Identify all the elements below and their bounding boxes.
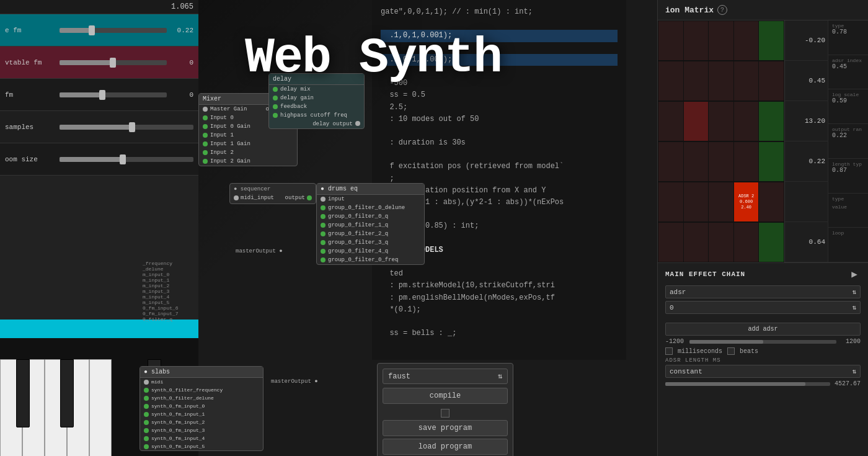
matrix-val-text-3: 0.22 (809, 158, 825, 165)
matrix-cell-0-1[interactable] (684, 21, 709, 60)
matrix-row-1 (658, 61, 784, 101)
matrix-cell-2-1[interactable] (684, 102, 709, 141)
slabs-delune: synth_0_filter_delune (140, 394, 263, 402)
matrix-val-1: 0.45 (785, 61, 828, 101)
matrix-row-5 (658, 222, 784, 262)
matrix-cell-3-2[interactable] (709, 142, 733, 181)
rl-loop-label: loop (832, 230, 844, 236)
mixer-label-4: Input 1 Gain (210, 141, 250, 147)
fm-label-freq: _frequency (143, 261, 179, 266)
matrix-cell-3-1[interactable] (684, 142, 709, 181)
zero-select[interactable]: 0 ⇅ (665, 301, 861, 314)
master-output-2: masterOutput ● (271, 378, 318, 385)
add-adsr-button[interactable]: add adsr (665, 323, 861, 336)
matrix-cell-0-0[interactable] (658, 21, 683, 60)
drums-label-2: group_0_filter_0_q (328, 213, 388, 220)
delay-node-title: delay (269, 74, 364, 85)
matrix-cell-1-0[interactable] (658, 61, 683, 101)
drums-port-7: group_0_filter_0_freq (317, 256, 424, 264)
synth-row-samples: samples (0, 111, 198, 143)
faust-compile-btn[interactable]: compile (383, 388, 508, 404)
slider-vtablefm[interactable] (60, 60, 167, 65)
matrix-cell-4-3[interactable]: ADSR 20.6002.40 (734, 182, 759, 221)
row-label-vtablefm: vtable fm (5, 59, 55, 66)
matrix-cell-4-1[interactable] (684, 182, 709, 221)
code-content: gate",0,0,1,1); // : min(1) : int; .1,0,… (381, 6, 618, 339)
faust-load-btn[interactable]: load program (383, 439, 508, 455)
code-line-9: : duration is 30s (381, 138, 466, 147)
matrix-cell-2-3[interactable] (734, 102, 759, 141)
matrix-cell-1-1[interactable] (684, 61, 709, 101)
matrix-cell-1-4[interactable] (759, 61, 784, 101)
adsr-select[interactable]: adsr ⇅ (665, 285, 861, 298)
slider-roomsize[interactable] (60, 157, 193, 162)
matrix-cell-4-4[interactable] (759, 182, 784, 221)
constant-slider[interactable] (665, 382, 830, 386)
mixer-label-2: Input 0 Gain (210, 123, 250, 130)
mixer-label-1: Input 0 (210, 115, 234, 121)
slabs-freq: synth_0_filter_frequency (140, 386, 263, 394)
row-label-fm: fm (5, 91, 55, 99)
matrix-cell-0-3[interactable] (734, 21, 759, 60)
slabs-fm2: synth_0_fm_input_2 (140, 418, 263, 426)
drums-node: ● drums eq input group_0_filter_0_delune… (316, 183, 425, 265)
matrix-cell-3-3[interactable] (734, 142, 759, 181)
matrix-sidebar: -0.20 0.45 13.20 0.22 0.64 (784, 20, 828, 262)
matrix-cell-3-4[interactable] (759, 142, 784, 181)
delay-feedback: feedback (269, 102, 364, 111)
matrix-cell-1-2[interactable] (709, 61, 733, 101)
piano-key-x[interactable]: X (89, 359, 112, 456)
milliseconds-checkbox[interactable] (665, 347, 673, 355)
code-line-12: ; (381, 174, 394, 183)
matrix-cell-1-3[interactable] (734, 61, 759, 101)
help-icon[interactable]: ? (717, 5, 727, 15)
beats-checkbox[interactable] (727, 347, 735, 355)
code-line-7: : 10 modes out of 50 (381, 115, 479, 123)
matrix-cell-2-4[interactable] (759, 102, 784, 141)
slider-samples[interactable] (60, 125, 193, 130)
slider-efm[interactable] (60, 28, 167, 33)
code-line-2: .1,0,1,0.001); (381, 30, 618, 42)
matrix-cell-2-0[interactable] (658, 102, 683, 141)
rl-value-label: value (832, 204, 847, 210)
matrix-cell-0-4[interactable] (759, 21, 784, 60)
slabs-fm2-label: synth_0_fm_input_2 (151, 419, 205, 425)
matrix-val-text-0: -0.20 (805, 37, 825, 44)
range-slider[interactable] (689, 340, 836, 344)
matrix-cell-2-2[interactable] (709, 102, 733, 141)
code-line-23: *(0.1); (381, 305, 421, 314)
synth-row-vtablefm: vtable fm 0 (0, 47, 198, 79)
matrix-right-val-3: 0.22 (832, 132, 847, 139)
matrix-cell-5-3[interactable] (734, 223, 759, 262)
fm-label-in0: m_input_0 (143, 272, 179, 277)
faust-checkbox[interactable] (441, 409, 450, 418)
sequencer-title-label: ● sequencer (234, 186, 312, 192)
matrix-cell-4-0[interactable] (658, 182, 683, 221)
delay-mix: delay mix (269, 85, 364, 94)
faust-save-btn[interactable]: save program (383, 420, 508, 436)
effect-row-zero: 0 ⇅ (665, 301, 861, 314)
piano-black-key-1[interactable] (16, 359, 30, 427)
slabs-dot-midi (144, 380, 149, 385)
matrix-cell-4-2[interactable] (709, 182, 733, 221)
slider-fm[interactable] (60, 92, 167, 97)
matrix-cell-5-1[interactable] (684, 223, 709, 262)
piano-black-key-2[interactable] (60, 359, 74, 427)
fm-label-filterq: 0_filter_q (143, 316, 179, 322)
matrix-cell-0-2[interactable] (709, 21, 733, 60)
faust-language-select[interactable]: faust ⇅ (383, 369, 508, 384)
play-button[interactable]: ▶ (848, 268, 861, 280)
delay-dot-2 (273, 104, 278, 109)
matrix-val-0: -0.20 (785, 20, 828, 61)
matrix-cell-5-0[interactable] (658, 223, 683, 262)
constant-select[interactable]: constant ⇅ (665, 365, 861, 378)
slabs-fm0: synth_0_fm_input_0 (140, 402, 263, 410)
matrix-row-0 (658, 20, 784, 61)
fm-label-delune: _delune (143, 266, 179, 272)
drums-port-5: group_0_filter_3_q (317, 238, 424, 247)
matrix-cell-3-0[interactable] (658, 142, 683, 181)
slabs-fm5-label: synth_0_fm_input_5 (151, 444, 205, 449)
matrix-cell-5-2[interactable] (709, 223, 733, 262)
matrix-cell-5-4[interactable] (759, 223, 784, 262)
code-line-22: : pm.englishBellModel(nModes,exPos,tf (381, 293, 555, 302)
